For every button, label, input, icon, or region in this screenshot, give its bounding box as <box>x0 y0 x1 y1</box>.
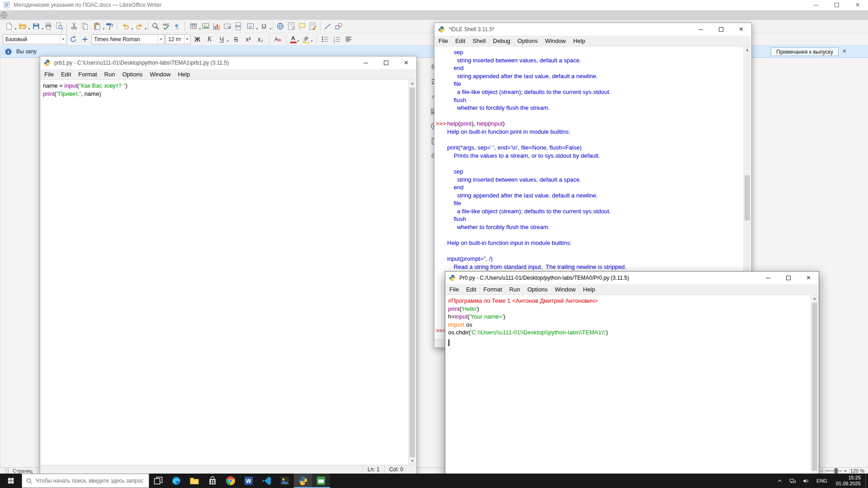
taskbar-idle-icon[interactable] <box>312 474 330 488</box>
track-changes-icon[interactable] <box>307 21 318 32</box>
menu-help[interactable]: Help <box>570 36 589 46</box>
pr0-code-area[interactable]: #Программа по Теме 1 <Антонов Дмитрий Ан… <box>446 295 818 488</box>
shell-close-button[interactable]: × <box>731 23 751 36</box>
bold-button[interactable]: Ж <box>192 34 203 45</box>
hidden-icons-chevron-icon[interactable] <box>773 478 786 484</box>
underline-button[interactable]: Ч <box>216 34 227 45</box>
menu-window[interactable]: Window <box>541 36 569 46</box>
zoom-control[interactable]: − + 120 % <box>811 468 864 474</box>
infobar-close-icon[interactable]: × <box>840 47 849 55</box>
menu-run[interactable]: Run <box>506 285 524 294</box>
release-notes-button[interactable]: Примечания к выпуску <box>771 47 839 56</box>
strikethrough-button[interactable]: S <box>231 34 242 45</box>
scroll-down-icon[interactable]: ▼ <box>409 458 416 465</box>
insert-image-icon[interactable] <box>200 21 211 32</box>
network-icon[interactable] <box>786 478 799 484</box>
superscript-button[interactable]: x² <box>243 34 254 45</box>
prb1-code-area[interactable]: name = input("Как Вас зовут? ")print("Пр… <box>41 80 416 465</box>
writer-minimize-button[interactable] <box>806 0 826 10</box>
undo-icon[interactable]: ▾ <box>119 21 132 32</box>
insert-line-icon[interactable] <box>322 21 333 32</box>
print-icon[interactable] <box>43 21 54 32</box>
taskbar-vscode-icon[interactable] <box>258 474 276 488</box>
spelling-icon[interactable]: ABC <box>161 21 172 32</box>
paste-icon[interactable]: ▾ <box>90 21 104 32</box>
menu-file[interactable]: File <box>446 285 462 294</box>
writer-maximize-button[interactable] <box>826 0 847 10</box>
menu-format[interactable]: Format <box>480 285 505 294</box>
comment-icon[interactable] <box>297 21 307 32</box>
menu-edit[interactable]: Edit <box>452 36 469 46</box>
menu-edit[interactable]: Edit <box>57 70 75 79</box>
italic-button[interactable]: К <box>204 34 215 45</box>
zoom-in-button[interactable]: + <box>844 469 847 474</box>
pr0-close-button[interactable]: × <box>798 272 819 284</box>
menu-window[interactable]: Window <box>551 285 579 294</box>
scroll-up-icon[interactable]: ▲ <box>744 47 751 54</box>
shell-minimize-button[interactable] <box>690 23 711 36</box>
insert-chart-icon[interactable] <box>211 21 222 32</box>
pr0-scrollbar-thumb[interactable] <box>812 303 817 471</box>
print-preview-icon[interactable] <box>54 21 65 32</box>
taskbar-word-icon[interactable]: W <box>240 474 258 488</box>
start-button[interactable] <box>0 474 22 488</box>
font-color-button[interactable]: А <box>289 35 298 43</box>
scroll-up-icon[interactable]: ▲ <box>409 80 416 87</box>
formatting-marks-icon[interactable]: ¶ <box>172 21 183 32</box>
page-break-icon[interactable] <box>233 21 244 32</box>
taskbar-edge-icon[interactable] <box>167 474 185 488</box>
language-indicator[interactable]: ENG <box>812 478 831 483</box>
special-character-icon[interactable]: Ω▾ <box>257 21 271 32</box>
scroll-up-icon[interactable]: ▲ <box>811 295 818 302</box>
shell-maximize-button[interactable] <box>711 23 731 36</box>
taskbar-task-view-icon[interactable] <box>149 474 167 488</box>
menu-options[interactable]: Options <box>524 285 551 294</box>
pr0-maximize-button[interactable] <box>778 272 798 284</box>
menu-run[interactable]: Run <box>101 70 119 79</box>
redo-icon[interactable]: ▾ <box>132 21 146 32</box>
taskbar-chrome-icon[interactable] <box>222 474 240 488</box>
prb1-minimize-button[interactable] <box>355 56 376 69</box>
subscript-button[interactable]: x₂ <box>255 34 266 45</box>
cut-icon[interactable] <box>69 21 80 32</box>
clear-formatting-icon[interactable]: A <box>272 34 283 45</box>
zoom-slider-handle[interactable] <box>835 468 838 474</box>
font-name-combo[interactable]: Times New Roman▾ <box>91 34 165 44</box>
hyperlink-icon[interactable] <box>275 21 286 32</box>
insert-textbox-icon[interactable]: A <box>222 21 233 32</box>
menu-window[interactable]: Window <box>146 70 174 79</box>
paragraph-style-combo[interactable]: Базовый▾ <box>3 34 67 44</box>
menu-format[interactable]: Format <box>75 70 100 79</box>
new-style-icon[interactable] <box>80 34 90 45</box>
shell-scrollbar-thumb[interactable] <box>745 175 750 221</box>
menu-file[interactable]: File <box>435 36 452 46</box>
prb1-close-button[interactable]: × <box>396 56 416 69</box>
update-style-icon[interactable] <box>68 34 79 45</box>
help-globe-icon[interactable] <box>0 11 868 19</box>
open-icon[interactable]: ▾ <box>16 21 29 32</box>
footnote-icon[interactable]: 12 <box>286 21 297 32</box>
menu-debug[interactable]: Debug <box>489 36 514 46</box>
new-doc-icon[interactable]: ▾ <box>2 21 16 32</box>
basic-shapes-icon[interactable] <box>333 21 344 32</box>
taskbar-search-input[interactable] <box>36 478 149 484</box>
show-desktop-button[interactable] <box>865 474 868 488</box>
dropdown-arrow-icon[interactable]: ▾ <box>145 27 146 31</box>
clock[interactable]: 15:25 01.09.2025 <box>831 475 865 487</box>
insert-field-icon[interactable]: fx▾ <box>244 21 257 32</box>
taskbar-explorer-icon[interactable] <box>185 474 203 488</box>
taskbar-search[interactable] <box>22 474 149 488</box>
prb1-scrollbar-thumb[interactable] <box>410 88 415 457</box>
prb1-maximize-button[interactable] <box>376 56 396 69</box>
font-size-combo[interactable]: 12 пт▾ <box>165 34 191 44</box>
menu-file[interactable]: File <box>41 70 57 79</box>
align-left-icon[interactable] <box>343 34 354 45</box>
clone-formatting-icon[interactable] <box>104 21 115 32</box>
dropdown-arrow-icon[interactable]: ▾ <box>269 27 271 31</box>
prb1-scrollbar[interactable]: ▲ ▼ <box>408 80 416 465</box>
taskbar-store-icon[interactable] <box>203 474 222 488</box>
menu-shell[interactable]: Shell <box>469 36 489 46</box>
taskbar-photos-icon[interactable] <box>276 474 294 488</box>
pr0-minimize-button[interactable] <box>758 272 778 284</box>
writer-close-button[interactable]: × <box>847 0 868 10</box>
